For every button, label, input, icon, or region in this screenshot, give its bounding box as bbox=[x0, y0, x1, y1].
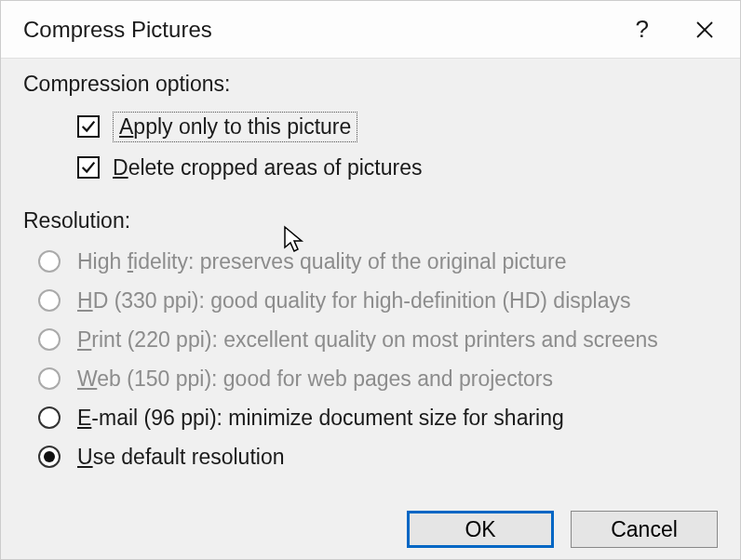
compress-pictures-dialog: Compress Pictures ? Compression options:… bbox=[0, 0, 741, 560]
high-fidelity-row: High fidelity: preserves quality of the … bbox=[38, 247, 718, 276]
delete-cropped-row: Delete cropped areas of pictures bbox=[77, 153, 718, 182]
ok-button[interactable]: OK bbox=[407, 511, 554, 548]
titlebar-controls: ? bbox=[636, 15, 716, 44]
cancel-button[interactable]: Cancel bbox=[571, 511, 718, 548]
delete-cropped-checkbox[interactable] bbox=[77, 156, 100, 179]
hd-label: HD (330 ppi): good quality for high-defi… bbox=[77, 288, 630, 313]
print-row: Print (220 ppi): excellent quality on mo… bbox=[38, 325, 718, 354]
dialog-content: Compression options: Apply only to this … bbox=[1, 59, 740, 511]
close-icon[interactable] bbox=[694, 19, 716, 41]
resolution-label: Resolution: bbox=[23, 208, 718, 233]
email-radio[interactable] bbox=[38, 407, 61, 429]
help-icon[interactable]: ? bbox=[636, 15, 649, 44]
button-bar: OK Cancel bbox=[1, 511, 740, 559]
dialog-title: Compress Pictures bbox=[23, 17, 212, 43]
apply-only-row: Apply only to this picture bbox=[77, 112, 718, 141]
apply-only-checkbox[interactable] bbox=[77, 115, 100, 138]
default-resolution-row: Use default resolution bbox=[38, 442, 718, 472]
apply-only-label[interactable]: Apply only to this picture bbox=[113, 112, 357, 142]
print-label: Print (220 ppi): excellent quality on mo… bbox=[77, 327, 658, 353]
compression-options-label: Compression options: bbox=[23, 72, 718, 97]
hd-radio bbox=[38, 289, 61, 312]
print-radio bbox=[38, 328, 61, 351]
high-fidelity-radio bbox=[38, 250, 61, 273]
high-fidelity-label: High fidelity: preserves quality of the … bbox=[77, 249, 566, 274]
default-resolution-label[interactable]: Use default resolution bbox=[77, 445, 284, 470]
delete-cropped-label[interactable]: Delete cropped areas of pictures bbox=[113, 155, 422, 180]
titlebar: Compress Pictures ? bbox=[1, 1, 740, 59]
web-radio bbox=[38, 367, 61, 390]
hd-row: HD (330 ppi): good quality for high-defi… bbox=[38, 286, 718, 315]
email-label[interactable]: E-mail (96 ppi): minimize document size … bbox=[77, 406, 564, 431]
default-resolution-radio[interactable] bbox=[38, 446, 61, 468]
web-row: Web (150 ppi): good for web pages and pr… bbox=[38, 364, 718, 393]
email-row: E-mail (96 ppi): minimize document size … bbox=[38, 403, 718, 433]
web-label: Web (150 ppi): good for web pages and pr… bbox=[77, 367, 553, 392]
